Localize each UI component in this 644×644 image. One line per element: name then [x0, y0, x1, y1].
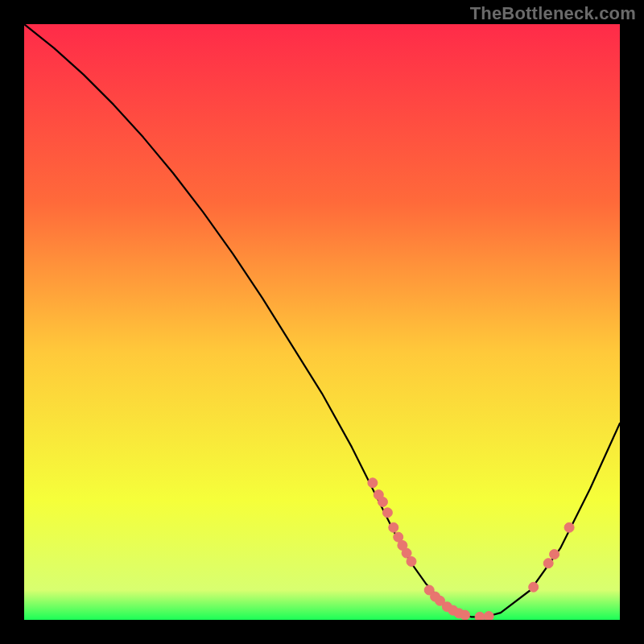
svg-point-4 — [382, 508, 392, 518]
svg-point-5 — [389, 522, 398, 532]
svg-point-22 — [564, 522, 574, 532]
chart-container: TheBottleneck.com — [0, 0, 644, 644]
svg-point-19 — [529, 582, 539, 592]
svg-point-21 — [550, 550, 559, 559]
plot-area — [24, 24, 620, 620]
svg-point-3 — [378, 497, 387, 506]
watermark-text: TheBottleneck.com — [470, 3, 636, 24]
svg-point-18 — [484, 612, 493, 620]
svg-point-17 — [475, 612, 485, 620]
svg-point-9 — [407, 556, 416, 566]
svg-point-20 — [543, 559, 553, 568]
svg-point-16 — [460, 610, 470, 620]
svg-point-1 — [368, 478, 378, 488]
svg-rect-0 — [24, 24, 620, 620]
bottleneck-chart — [24, 24, 620, 620]
